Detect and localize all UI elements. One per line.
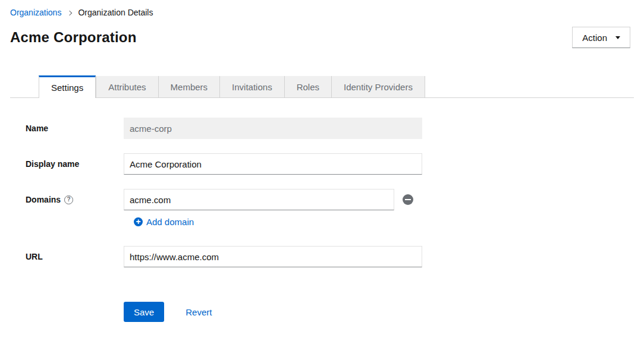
name-field (124, 118, 422, 139)
display-name-field[interactable] (124, 153, 422, 175)
organization-settings-form: Name Display name Domains Add domain URL… (26, 118, 644, 322)
breadcrumb-link-organizations[interactable]: Organizations (10, 8, 61, 17)
domain-field[interactable] (124, 189, 394, 210)
angle-right-icon (67, 10, 72, 15)
url-label: URL (26, 252, 124, 261)
page-title: Acme Corporation (10, 29, 137, 46)
form-row-url: URL (26, 246, 644, 267)
form-row-name: Name (26, 118, 644, 139)
action-dropdown-button[interactable]: Action (572, 27, 630, 48)
tab-bar: Settings Attributes Members Invitations … (10, 75, 634, 98)
display-name-label: Display name (26, 159, 124, 169)
action-dropdown-label: Action (582, 33, 607, 43)
domains-field-group: Add domain (124, 189, 413, 227)
tab-attributes[interactable]: Attributes (96, 76, 158, 97)
minus-circle-icon[interactable] (403, 194, 413, 205)
name-label: Name (26, 124, 124, 133)
caret-down-icon (615, 36, 620, 39)
domains-label-text: Domains (26, 195, 61, 204)
breadcrumb: Organizations Organization Details (0, 0, 644, 17)
form-actions: Save Revert (124, 302, 644, 322)
question-circle-icon[interactable] (64, 195, 73, 204)
tab-settings[interactable]: Settings (39, 75, 96, 98)
tab-members[interactable]: Members (158, 76, 220, 97)
add-domain-label: Add domain (146, 217, 194, 227)
tab-roles[interactable]: Roles (284, 76, 331, 97)
form-row-display-name: Display name (26, 153, 644, 175)
domains-label: Domains (26, 195, 124, 204)
domain-row (124, 189, 413, 210)
page-header: Acme Corporation Action (10, 27, 630, 48)
plus-circle-icon (134, 217, 143, 226)
save-button[interactable]: Save (124, 302, 164, 322)
form-row-domains: Domains Add domain (26, 189, 644, 227)
revert-link[interactable]: Revert (186, 307, 212, 317)
tab-identity-providers[interactable]: Identity Providers (331, 76, 425, 97)
add-domain-button[interactable]: Add domain (134, 217, 194, 227)
breadcrumb-current-page: Organization Details (78, 8, 153, 17)
tab-invitations[interactable]: Invitations (219, 76, 284, 97)
url-field[interactable] (124, 246, 422, 267)
